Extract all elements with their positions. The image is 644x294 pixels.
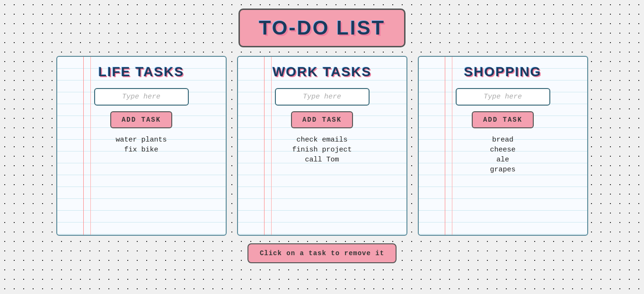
add-task-button-shopping[interactable]: ADD TASK	[472, 111, 534, 128]
task-list-shopping: breadcheesealegrapes	[428, 136, 578, 174]
notepad-content-work: WORK TASKS ADD TASK check emailsfinish p…	[247, 64, 397, 164]
task-input-life[interactable]	[94, 88, 189, 106]
app-title-box: TO-DO LIST	[238, 9, 406, 47]
task-list-work: check emailsfinish projectcall Tom	[247, 136, 397, 164]
task-item[interactable]: check emails	[296, 136, 347, 144]
notepad-shopping: SHOPPING ADD TASK breadcheesealegrapes	[418, 56, 588, 236]
add-task-button-life[interactable]: ADD TASK	[110, 111, 172, 128]
columns-container: LIFE TASKS ADD TASK water plantsfix bike…	[56, 56, 588, 236]
task-item[interactable]: water plants	[115, 136, 167, 144]
task-item[interactable]: fix bike	[124, 146, 158, 154]
task-item[interactable]: bread	[492, 136, 513, 144]
task-item[interactable]: ale	[496, 156, 509, 164]
notepad-content-life: LIFE TASKS ADD TASK water plantsfix bike	[67, 64, 216, 154]
task-input-shopping[interactable]	[456, 88, 550, 106]
task-item[interactable]: call Tom	[305, 156, 339, 164]
hint-box: Click on a task to remove it	[247, 243, 397, 263]
col-title-life: LIFE TASKS	[98, 64, 184, 80]
app-title: TO-DO LIST	[259, 17, 385, 39]
col-title-shopping: SHOPPING	[464, 64, 542, 80]
col-title-work: WORK TASKS	[273, 64, 371, 80]
notepad-content-shopping: SHOPPING ADD TASK breadcheesealegrapes	[428, 64, 578, 174]
notepad-work: WORK TASKS ADD TASK check emailsfinish p…	[237, 56, 407, 236]
task-item[interactable]: finish project	[292, 146, 352, 154]
add-task-button-work[interactable]: ADD TASK	[291, 111, 353, 128]
task-item[interactable]: grapes	[490, 166, 515, 174]
task-item[interactable]: cheese	[490, 146, 515, 154]
task-input-work[interactable]	[275, 88, 370, 106]
notepad-life: LIFE TASKS ADD TASK water plantsfix bike	[56, 56, 227, 236]
hint-text: Click on a task to remove it	[260, 249, 384, 257]
task-list-life: water plantsfix bike	[67, 136, 216, 154]
